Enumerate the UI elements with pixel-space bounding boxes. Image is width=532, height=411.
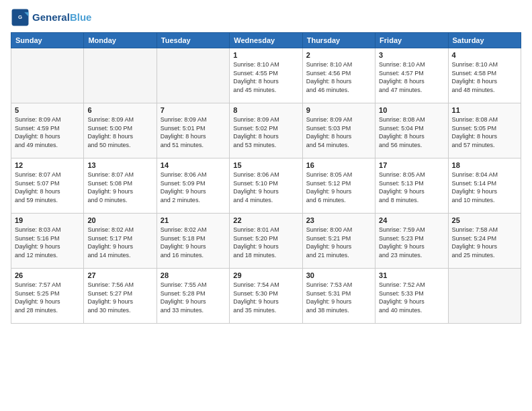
day-cell: 27Sunrise: 7:56 AM Sunset: 5:27 PM Dayli…: [84, 269, 157, 324]
weekday-header-monday: Monday: [84, 33, 157, 48]
day-cell: 23Sunrise: 8:00 AM Sunset: 5:21 PM Dayli…: [302, 214, 375, 269]
day-number: 13: [87, 161, 152, 169]
day-cell: 5Sunrise: 8:09 AM Sunset: 4:59 PM Daylig…: [11, 103, 84, 158]
day-cell: 11Sunrise: 8:08 AM Sunset: 5:05 PM Dayli…: [448, 103, 521, 158]
day-info: Sunrise: 8:10 AM Sunset: 4:55 PM Dayligh…: [233, 60, 298, 94]
day-info: Sunrise: 8:08 AM Sunset: 5:04 PM Dayligh…: [379, 116, 444, 149]
day-cell: 21Sunrise: 8:02 AM Sunset: 5:18 PM Dayli…: [157, 214, 229, 269]
day-cell: 13Sunrise: 8:07 AM Sunset: 5:08 PM Dayli…: [84, 158, 157, 214]
day-cell: [448, 269, 521, 324]
day-number: 3: [379, 51, 444, 59]
day-info: Sunrise: 8:10 AM Sunset: 4:58 PM Dayligh…: [452, 60, 517, 94]
day-cell: 15Sunrise: 8:06 AM Sunset: 5:10 PM Dayli…: [230, 158, 302, 214]
day-number: 26: [15, 271, 80, 279]
day-number: 20: [87, 216, 152, 224]
day-cell: 30Sunrise: 7:53 AM Sunset: 5:31 PM Dayli…: [302, 269, 375, 324]
day-cell: 29Sunrise: 7:54 AM Sunset: 5:30 PM Dayli…: [230, 269, 302, 324]
day-number: 29: [233, 271, 298, 279]
day-cell: 25Sunrise: 7:58 AM Sunset: 5:24 PM Dayli…: [448, 214, 521, 269]
calendar-table: SundayMondayTuesdayWednesdayThursdayFrid…: [11, 32, 521, 324]
day-cell: 14Sunrise: 8:06 AM Sunset: 5:09 PM Dayli…: [157, 158, 229, 214]
day-cell: 22Sunrise: 8:01 AM Sunset: 5:20 PM Dayli…: [230, 214, 302, 269]
weekday-header-thursday: Thursday: [302, 33, 375, 48]
day-number: 11: [452, 106, 517, 114]
weekday-header-row: SundayMondayTuesdayWednesdayThursdayFrid…: [11, 33, 521, 48]
weekday-header-wednesday: Wednesday: [230, 33, 302, 48]
day-number: 30: [306, 271, 371, 279]
day-number: 14: [161, 161, 226, 169]
day-info: Sunrise: 7:53 AM Sunset: 5:31 PM Dayligh…: [306, 281, 371, 314]
day-info: Sunrise: 7:54 AM Sunset: 5:30 PM Dayligh…: [233, 281, 298, 314]
day-cell: 12Sunrise: 8:07 AM Sunset: 5:07 PM Dayli…: [11, 158, 84, 214]
week-row-2: 5Sunrise: 8:09 AM Sunset: 4:59 PM Daylig…: [11, 103, 521, 158]
day-info: Sunrise: 8:07 AM Sunset: 5:08 PM Dayligh…: [87, 171, 152, 204]
day-info: Sunrise: 8:00 AM Sunset: 5:21 PM Dayligh…: [306, 226, 371, 259]
day-info: Sunrise: 8:09 AM Sunset: 4:59 PM Dayligh…: [15, 116, 80, 149]
day-info: Sunrise: 8:09 AM Sunset: 5:03 PM Dayligh…: [306, 116, 371, 149]
day-info: Sunrise: 8:10 AM Sunset: 4:57 PM Dayligh…: [379, 60, 444, 94]
day-cell: 3Sunrise: 8:10 AM Sunset: 4:57 PM Daylig…: [375, 48, 448, 103]
day-number: 19: [15, 216, 80, 224]
day-cell: 20Sunrise: 8:02 AM Sunset: 5:17 PM Dayli…: [84, 214, 157, 269]
day-info: Sunrise: 8:08 AM Sunset: 5:05 PM Dayligh…: [452, 116, 517, 149]
day-number: 27: [87, 271, 152, 279]
day-number: 5: [15, 106, 80, 114]
day-cell: 26Sunrise: 7:57 AM Sunset: 5:25 PM Dayli…: [11, 269, 84, 324]
day-number: 22: [233, 216, 298, 224]
day-info: Sunrise: 7:58 AM Sunset: 5:24 PM Dayligh…: [452, 226, 517, 259]
day-info: Sunrise: 8:06 AM Sunset: 5:09 PM Dayligh…: [161, 171, 226, 204]
day-cell: [11, 48, 84, 103]
day-cell: 10Sunrise: 8:08 AM Sunset: 5:04 PM Dayli…: [375, 103, 448, 158]
day-info: Sunrise: 8:10 AM Sunset: 4:56 PM Dayligh…: [306, 60, 371, 94]
weekday-header-sunday: Sunday: [11, 33, 84, 48]
day-number: 8: [233, 106, 298, 114]
day-number: 7: [161, 106, 226, 114]
day-info: Sunrise: 8:05 AM Sunset: 5:12 PM Dayligh…: [306, 171, 371, 204]
day-number: 4: [452, 51, 517, 59]
day-number: 1: [233, 51, 298, 59]
day-number: 9: [306, 106, 371, 114]
day-number: 6: [87, 106, 152, 114]
weekday-header-saturday: Saturday: [448, 33, 521, 48]
day-cell: 6Sunrise: 8:09 AM Sunset: 5:00 PM Daylig…: [84, 103, 157, 158]
day-cell: 28Sunrise: 7:55 AM Sunset: 5:28 PM Dayli…: [157, 269, 229, 324]
day-info: Sunrise: 8:04 AM Sunset: 5:14 PM Dayligh…: [452, 171, 517, 204]
page: G GeneralBlue SundayMondayTuesdayWednesd…: [0, 0, 532, 411]
day-cell: 4Sunrise: 8:10 AM Sunset: 4:58 PM Daylig…: [448, 48, 521, 103]
day-info: Sunrise: 7:57 AM Sunset: 5:25 PM Dayligh…: [15, 281, 80, 314]
day-cell: 24Sunrise: 7:59 AM Sunset: 5:23 PM Dayli…: [375, 214, 448, 269]
day-info: Sunrise: 8:02 AM Sunset: 5:18 PM Dayligh…: [161, 226, 226, 259]
day-cell: 2Sunrise: 8:10 AM Sunset: 4:56 PM Daylig…: [302, 48, 375, 103]
day-cell: 8Sunrise: 8:09 AM Sunset: 5:02 PM Daylig…: [230, 103, 302, 158]
day-info: Sunrise: 8:07 AM Sunset: 5:07 PM Dayligh…: [15, 171, 80, 204]
day-number: 28: [161, 271, 226, 279]
day-cell: 16Sunrise: 8:05 AM Sunset: 5:12 PM Dayli…: [302, 158, 375, 214]
day-number: 12: [15, 161, 80, 169]
day-cell: 31Sunrise: 7:52 AM Sunset: 5:33 PM Dayli…: [375, 269, 448, 324]
weekday-header-friday: Friday: [375, 33, 448, 48]
day-number: 16: [306, 161, 371, 169]
day-info: Sunrise: 8:02 AM Sunset: 5:17 PM Dayligh…: [87, 226, 152, 259]
day-info: Sunrise: 7:56 AM Sunset: 5:27 PM Dayligh…: [87, 281, 152, 314]
day-number: 31: [379, 271, 444, 279]
svg-text:G: G: [18, 14, 22, 20]
day-number: 2: [306, 51, 371, 59]
header: G GeneralBlue: [11, 8, 521, 27]
day-info: Sunrise: 8:09 AM Sunset: 5:02 PM Dayligh…: [233, 116, 298, 149]
day-number: 18: [452, 161, 517, 169]
day-info: Sunrise: 7:52 AM Sunset: 5:33 PM Dayligh…: [379, 281, 444, 314]
week-row-4: 19Sunrise: 8:03 AM Sunset: 5:16 PM Dayli…: [11, 214, 521, 269]
weekday-header-tuesday: Tuesday: [157, 33, 229, 48]
day-number: 17: [379, 161, 444, 169]
logo-text: GeneralBlue: [32, 12, 91, 24]
day-info: Sunrise: 8:01 AM Sunset: 5:20 PM Dayligh…: [233, 226, 298, 259]
day-number: 23: [306, 216, 371, 224]
day-cell: 9Sunrise: 8:09 AM Sunset: 5:03 PM Daylig…: [302, 103, 375, 158]
day-cell: 7Sunrise: 8:09 AM Sunset: 5:01 PM Daylig…: [157, 103, 229, 158]
week-row-1: 1Sunrise: 8:10 AM Sunset: 4:55 PM Daylig…: [11, 48, 521, 103]
week-row-5: 26Sunrise: 7:57 AM Sunset: 5:25 PM Dayli…: [11, 269, 521, 324]
day-info: Sunrise: 8:03 AM Sunset: 5:16 PM Dayligh…: [15, 226, 80, 259]
day-info: Sunrise: 8:09 AM Sunset: 5:00 PM Dayligh…: [87, 116, 152, 149]
day-info: Sunrise: 7:59 AM Sunset: 5:23 PM Dayligh…: [379, 226, 444, 259]
week-row-3: 12Sunrise: 8:07 AM Sunset: 5:07 PM Dayli…: [11, 158, 521, 214]
